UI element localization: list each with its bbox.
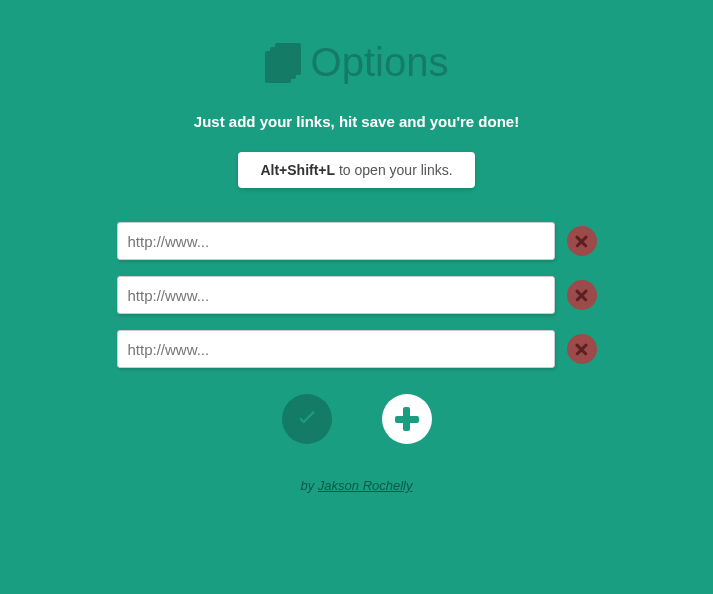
link-row — [117, 222, 597, 260]
check-icon — [294, 406, 320, 432]
footer-by: by — [301, 478, 318, 493]
page-title-row: Options — [0, 40, 713, 85]
footer: by Jakson Rochelly — [0, 478, 713, 493]
add-link-button[interactable] — [382, 394, 432, 444]
stack-icon — [265, 43, 301, 83]
page-title: Options — [311, 40, 449, 85]
links-list — [0, 222, 713, 368]
shortcut-keys: Alt+Shift+L — [260, 162, 335, 178]
shortcut-hint: Alt+Shift+L to open your links. — [238, 152, 474, 188]
author-link[interactable]: Jakson Rochelly — [318, 478, 413, 493]
remove-link-button[interactable] — [567, 280, 597, 310]
action-row — [0, 394, 713, 444]
subtitle: Just add your links, hit save and you're… — [0, 113, 713, 130]
link-input[interactable] — [117, 276, 555, 314]
link-input[interactable] — [117, 222, 555, 260]
remove-link-button[interactable] — [567, 226, 597, 256]
shortcut-text: to open your links. — [335, 162, 453, 178]
save-button[interactable] — [282, 394, 332, 444]
link-row — [117, 330, 597, 368]
link-input[interactable] — [117, 330, 555, 368]
link-row — [117, 276, 597, 314]
remove-link-button[interactable] — [567, 334, 597, 364]
